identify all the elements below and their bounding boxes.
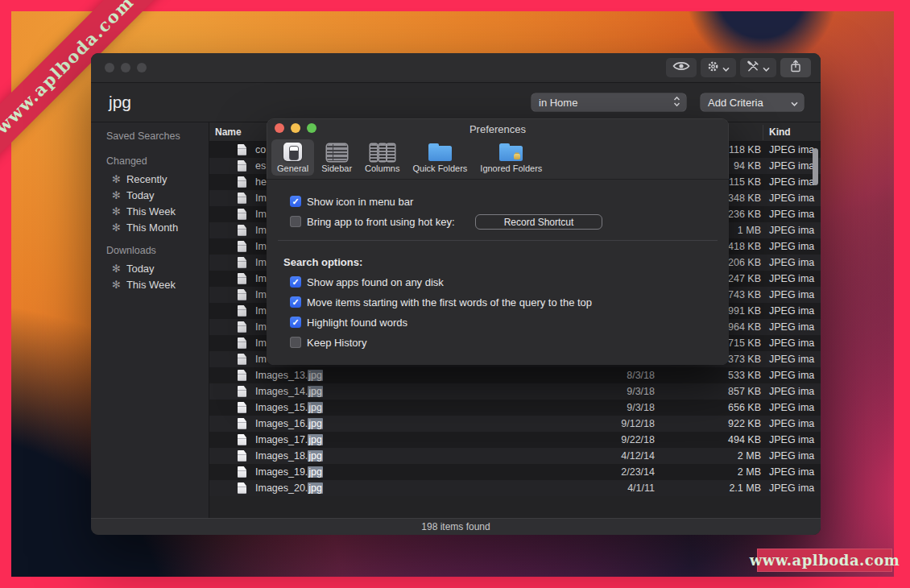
file-size: 991 KB xyxy=(728,305,761,317)
sidebar-sections: Changed✻Recently✻Today✻This Week✻This Mo… xyxy=(106,155,209,292)
status-text: 198 items found xyxy=(421,521,490,532)
file-date: 2/23/14 xyxy=(621,466,655,478)
tab-ignored-folders[interactable]: Ignored Folders xyxy=(474,139,548,176)
sidebar-item-this-month[interactable]: ✻This Month xyxy=(106,219,209,235)
tools-icon xyxy=(747,60,759,76)
sidebar-item-recently[interactable]: ✻Recently xyxy=(106,171,209,187)
highlighted-match: jpg xyxy=(308,386,323,397)
table-row[interactable]: Images_19.jpg2/23/142 MBJPEG ima xyxy=(209,464,821,480)
file-icon xyxy=(238,144,246,155)
preview-button[interactable] xyxy=(666,58,697,77)
add-criteria-select[interactable]: Add Criteria xyxy=(701,93,804,111)
file-kind: JPEG ima xyxy=(769,337,814,349)
watermark-badge: www.aplboda.com xyxy=(757,549,892,572)
file-kind: JPEG ima xyxy=(769,289,814,300)
tab-general[interactable]: General xyxy=(271,139,314,176)
file-name: es xyxy=(255,160,266,172)
file-icon xyxy=(238,241,246,252)
checkbox-label: Keep History xyxy=(307,337,366,349)
column-header-name[interactable]: Name xyxy=(215,126,242,138)
minimize-button[interactable] xyxy=(121,63,130,72)
close-button[interactable] xyxy=(105,63,114,72)
file-name: Im xyxy=(255,321,267,333)
file-kind: JPEG ima xyxy=(769,225,814,236)
tab-columns[interactable]: Columns xyxy=(359,139,405,176)
tab-quick-folders[interactable]: Quick Folders xyxy=(407,139,473,176)
preferences-dialog: Preferences GeneralSidebarColumnsQuick F… xyxy=(267,118,729,365)
checkbox[interactable] xyxy=(290,216,301,227)
checkbox[interactable] xyxy=(290,337,301,348)
file-kind: JPEG ima xyxy=(769,209,814,220)
chevron-down-icon xyxy=(763,60,770,75)
column-header-kind[interactable]: Kind xyxy=(769,126,791,138)
share-button[interactable] xyxy=(780,58,811,77)
record-shortcut-button[interactable]: Record Shortcut xyxy=(475,214,602,230)
table-row[interactable]: Images_15.jpg9/3/18656 KBJPEG ima xyxy=(209,400,821,416)
file-kind: JPEG ima xyxy=(769,241,814,252)
tab-sidebar[interactable]: Sidebar xyxy=(316,139,358,176)
divider xyxy=(278,240,718,241)
file-kind: JPEG ima xyxy=(769,321,814,333)
sidebar-icon xyxy=(327,144,347,161)
file-icon xyxy=(238,289,246,300)
sidebar-item-label: Today xyxy=(126,263,155,275)
scope-select[interactable]: in Home xyxy=(532,93,686,111)
smart-folder-icon: ✻ xyxy=(112,174,121,184)
file-size: 2 MB xyxy=(738,450,761,462)
sidebar-item-today[interactable]: ✻Today xyxy=(106,187,209,203)
traffic-lights xyxy=(105,63,147,72)
actions-menu-button[interactable] xyxy=(740,58,776,77)
file-name: Im xyxy=(255,225,267,236)
checkbox-label: Show apps found on any disk xyxy=(307,276,444,288)
checkbox[interactable] xyxy=(290,317,301,328)
general-icon xyxy=(283,143,302,161)
table-row[interactable]: Images_17.jpg9/22/18494 KBJPEG ima xyxy=(209,432,821,448)
checkbox[interactable] xyxy=(290,276,301,288)
file-size: 236 KB xyxy=(728,209,761,220)
table-row[interactable]: Images_18.jpg4/12/142 MBJPEG ima xyxy=(209,448,821,464)
file-icon xyxy=(238,402,246,413)
file-size: 2.1 MB xyxy=(729,482,761,494)
highlighted-match: jpg xyxy=(308,418,323,429)
window-titlebar xyxy=(91,53,821,83)
sidebar-section-header: Downloads xyxy=(106,245,209,256)
file-date: 4/12/14 xyxy=(621,450,655,462)
close-button[interactable] xyxy=(275,123,284,133)
file-kind: JPEG ima xyxy=(769,482,814,494)
file-name: Im xyxy=(255,209,267,220)
zoom-button[interactable] xyxy=(307,123,316,133)
file-name: Im xyxy=(255,273,267,284)
settings-menu-button[interactable] xyxy=(701,58,736,77)
vertical-scrollbar[interactable] xyxy=(813,148,818,185)
hot-key-option-row: Bring app to front using hot key: xyxy=(290,214,455,229)
file-size: 743 KB xyxy=(728,289,761,300)
table-row[interactable]: Images_13.jpg8/3/18533 KBJPEG ima xyxy=(209,367,821,383)
zoom-button[interactable] xyxy=(137,63,147,72)
file-icon xyxy=(238,160,246,172)
minimize-button[interactable] xyxy=(291,123,300,133)
file-icon xyxy=(238,466,246,478)
file-name: Images_16.jpg xyxy=(255,418,323,429)
preferences-titlebar: Preferences xyxy=(267,118,729,136)
checkbox[interactable] xyxy=(290,196,301,207)
file-name: Images_15.jpg xyxy=(255,402,323,413)
smart-folder-icon: ✻ xyxy=(112,190,121,201)
table-row[interactable]: Images_20.jpg4/1/112.1 MBJPEG ima xyxy=(209,480,821,496)
sidebar-item-this-week[interactable]: ✻This Week xyxy=(106,276,209,292)
sidebar-section-header: Changed xyxy=(106,155,209,167)
share-icon xyxy=(790,60,801,76)
file-kind: JPEG ima xyxy=(769,257,814,268)
file-icon xyxy=(238,418,246,429)
file-size: 115 KB xyxy=(729,176,761,188)
file-icon xyxy=(238,354,246,365)
file-kind: JPEG ima xyxy=(769,370,814,381)
search-query-input[interactable]: jpg xyxy=(109,93,131,112)
sidebar-item-this-week[interactable]: ✻This Week xyxy=(106,203,209,219)
eye-icon xyxy=(672,60,690,75)
sidebar-item-today[interactable]: ✻Today xyxy=(106,260,209,276)
table-row[interactable]: Images_14.jpg9/3/18857 KBJPEG ima xyxy=(209,383,821,400)
checkbox[interactable] xyxy=(290,296,301,308)
traffic-lights xyxy=(275,123,316,133)
table-row[interactable]: Images_16.jpg9/12/18922 KBJPEG ima xyxy=(209,416,821,432)
file-date: 9/3/18 xyxy=(627,386,655,397)
